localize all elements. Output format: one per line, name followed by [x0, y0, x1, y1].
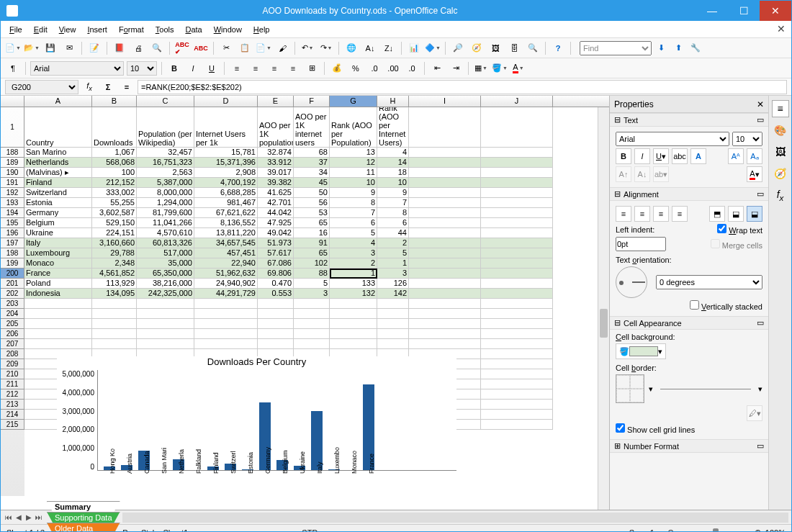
row-header-198[interactable]: 198 [1, 248, 24, 258]
valign-top[interactable]: ⬒ [709, 206, 725, 222]
row-header-208[interactable]: 208 [1, 349, 24, 359]
cell-C196[interactable]: 4,570,610 [137, 228, 194, 238]
cell-E196[interactable]: 49.042 [258, 228, 294, 238]
cell-G193[interactable]: 8 [330, 198, 377, 208]
cell-A199[interactable]: Monaco [24, 258, 92, 269]
sidebar-bold[interactable]: B [616, 148, 631, 164]
border-preset-picker[interactable] [616, 374, 644, 403]
menu-insert[interactable]: Insert [83, 24, 112, 35]
cell-I195[interactable] [409, 218, 481, 228]
underline-button[interactable]: U [204, 60, 220, 76]
cell-E207[interactable] [258, 339, 294, 349]
row-header-202[interactable]: 202 [1, 289, 24, 299]
cell-H194[interactable]: 8 [377, 208, 409, 218]
cell-I196[interactable] [409, 228, 481, 238]
cell-D195[interactable]: 8,136,552 [194, 218, 258, 228]
cell-J214[interactable] [481, 410, 553, 420]
cell-I199[interactable] [409, 258, 481, 269]
col-header-A[interactable]: A [24, 96, 92, 107]
row-header-212[interactable]: 212 [1, 389, 24, 400]
cell-B203[interactable] [92, 299, 137, 309]
cell-D188[interactable]: 15,781 [194, 148, 258, 158]
cell-J201[interactable] [481, 279, 553, 289]
orientation-dial[interactable] [616, 266, 647, 298]
col-header-E[interactable]: E [258, 96, 294, 107]
cell-H206[interactable] [377, 329, 409, 339]
hyperlink-button[interactable]: 🌐 [343, 40, 359, 56]
cell-B204[interactable] [92, 309, 137, 319]
cell-B197[interactable]: 3,160,660 [92, 238, 137, 248]
sum-button[interactable]: Σ [100, 79, 116, 95]
cell-C204[interactable] [137, 309, 194, 319]
cell-F197[interactable]: 91 [294, 238, 330, 248]
align-right-button[interactable]: ≡ [266, 60, 282, 76]
row-header-194[interactable]: 194 [1, 208, 24, 218]
cell-F203[interactable] [294, 299, 330, 309]
name-box[interactable]: G200 [5, 80, 78, 94]
currency-button[interactable]: 💰 [329, 60, 345, 76]
cell-F189[interactable]: 37 [294, 158, 330, 168]
copy-button[interactable]: 📋 [237, 40, 253, 56]
orientation-select[interactable]: 0 degrees [656, 275, 762, 289]
cell-I206[interactable] [409, 329, 481, 339]
row-header-213[interactable]: 213 [1, 400, 24, 410]
cell-J213[interactable] [481, 400, 553, 410]
cell-H200[interactable]: 3 [377, 269, 409, 279]
sidebar-strike[interactable]: abc [672, 148, 688, 164]
cell-C205[interactable] [137, 319, 194, 329]
row-header-192[interactable]: 192 [1, 188, 24, 198]
col-header-G[interactable]: G [330, 96, 377, 107]
cell-H191[interactable]: 10 [377, 178, 409, 188]
row-header-196[interactable]: 196 [1, 228, 24, 238]
navigator-button[interactable]: 🧭 [469, 40, 485, 56]
paste-button[interactable]: 📄▼ [256, 40, 271, 56]
cell-H204[interactable] [377, 309, 409, 319]
col-header-H[interactable]: H [377, 96, 409, 107]
sidebar-font-name[interactable]: Arial [616, 132, 729, 146]
row-header-203[interactable]: 203 [1, 299, 24, 309]
cell-D199[interactable]: 22,940 [194, 258, 258, 269]
cell-B192[interactable]: 333,002 [92, 188, 137, 198]
close-button[interactable]: ✕ [760, 1, 791, 21]
cell-G206[interactable] [330, 329, 377, 339]
styles-button[interactable]: ¶ [5, 60, 21, 76]
cell-J190[interactable] [481, 168, 553, 178]
remove-decimal-button[interactable]: .0 [404, 60, 420, 76]
cell-B199[interactable]: 2,348 [92, 258, 137, 269]
menu-help[interactable]: Help [249, 24, 274, 35]
col-header-C[interactable]: C [137, 96, 194, 107]
cell-D207[interactable] [194, 339, 258, 349]
cell-J193[interactable] [481, 198, 553, 208]
cell-A189[interactable]: Netherlands [24, 158, 92, 168]
cell-G200[interactable]: 1 [330, 269, 377, 279]
cell-C202[interactable]: 242,325,000 [137, 289, 194, 299]
row-header-189[interactable]: 189 [1, 158, 24, 168]
cell-C195[interactable]: 11,041,266 [137, 218, 194, 228]
horizontal-scrollbar[interactable] [122, 513, 789, 523]
cell-G202[interactable]: 132 [330, 289, 377, 299]
cell-J203[interactable] [481, 299, 553, 309]
cell-B206[interactable] [92, 329, 137, 339]
align-center-button[interactable]: ≡ [248, 60, 264, 76]
cell-J194[interactable] [481, 208, 553, 218]
autospell-button[interactable]: ABC [193, 40, 209, 56]
find-next-button[interactable]: ⬇ [653, 40, 669, 56]
cell-C207[interactable] [137, 339, 194, 349]
sidebar-tab-functions[interactable]: fx [772, 186, 789, 204]
cell-F192[interactable]: 50 [294, 188, 330, 198]
undo-button[interactable]: ↶▼ [300, 40, 315, 56]
cell-B193[interactable]: 55,255 [92, 198, 137, 208]
merge-cells-checkbox[interactable]: Merge cells [711, 239, 762, 250]
bold-button[interactable]: B [166, 60, 182, 76]
cell-E206[interactable] [258, 329, 294, 339]
cell-I203[interactable] [409, 299, 481, 309]
cell-D190[interactable]: 2,908 [194, 168, 258, 178]
cell-G207[interactable] [330, 339, 377, 349]
increase-indent-button[interactable]: ⇥ [448, 60, 464, 76]
minimize-button[interactable]: — [696, 1, 728, 21]
cell-G199[interactable]: 2 [330, 258, 377, 269]
cell-C189[interactable]: 16,751,323 [137, 158, 194, 168]
cell-I197[interactable] [409, 238, 481, 248]
cell-J192[interactable] [481, 188, 553, 198]
sidebar-highlight[interactable]: ab▾ [653, 166, 669, 182]
